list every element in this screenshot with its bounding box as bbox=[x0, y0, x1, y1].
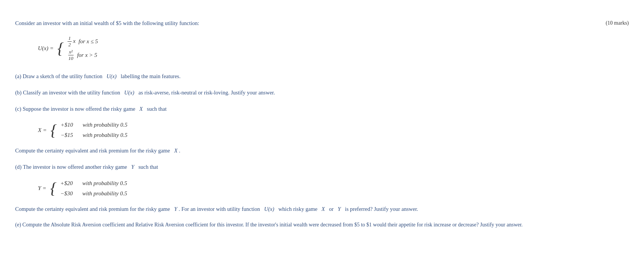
game-X-brace: { bbox=[50, 122, 57, 138]
utility-label: U(x) = bbox=[38, 44, 53, 53]
part-b-Ux: U(x) bbox=[124, 90, 135, 96]
part-a-text: (a) Draw a sketch of the utility functio… bbox=[15, 72, 629, 81]
page-container: (10 marks) Consider an investor with an … bbox=[15, 19, 629, 229]
part-a-body: Draw a sketch of the utility function U(… bbox=[23, 73, 181, 79]
compute-Y-X: X bbox=[322, 206, 325, 212]
utility-cases: 1 2 x for x ≤ 5 x² 10 for x > 5 bbox=[68, 35, 98, 61]
part-d-Y: Y bbox=[131, 164, 134, 170]
game-X-label: X = bbox=[38, 126, 47, 135]
game-Y-rows: +$20 with probability 0.5 −$30 with prob… bbox=[60, 179, 127, 198]
part-d-rest: such that bbox=[138, 164, 158, 170]
compute-X-text: Compute the certainty equivalent and ris… bbox=[15, 146, 629, 155]
game-Y-row1-text: with probability 0.5 bbox=[82, 179, 127, 188]
part-b-label: (b) bbox=[15, 90, 22, 96]
part-d-text: (d) The investor is now offered another … bbox=[15, 163, 629, 171]
utility-case1: 1 2 x for x ≤ 5 bbox=[68, 35, 98, 47]
game-X-row2-text: with probability 0.5 bbox=[83, 130, 127, 140]
game-X-row2: −$15 with probability 0.5 bbox=[61, 130, 127, 140]
part-d-label: (d) bbox=[15, 164, 22, 170]
game-Y-label: Y = bbox=[38, 184, 46, 193]
part-c-rest: such that bbox=[147, 106, 166, 112]
game-X-row1-val: +$10 bbox=[61, 120, 80, 129]
part-b-rest: as risk-averse, risk-neutral or risk-lov… bbox=[138, 90, 275, 96]
marks-label: (10 marks) bbox=[606, 19, 629, 27]
part-a-label: (a) bbox=[15, 73, 21, 79]
fraction-num-2: x² bbox=[68, 49, 74, 55]
part-e-label: (e) bbox=[15, 222, 21, 228]
game-Y-row2-val: −$30 bbox=[60, 189, 79, 198]
fraction-den-1: 2 bbox=[68, 42, 72, 48]
utility-function: U(x) = { 1 2 x for x ≤ 5 x² 10 bbox=[38, 35, 629, 61]
open-brace: { bbox=[57, 40, 64, 56]
utility-case2-expr: x² 10 bbox=[68, 49, 74, 61]
game-Y-brace: { bbox=[50, 180, 57, 196]
utility-case1-var: x bbox=[73, 38, 75, 44]
game-Y-row2: −$30 with probability 0.5 bbox=[60, 189, 127, 198]
intro-text: Consider an investor with an initial wea… bbox=[15, 19, 629, 28]
part-d-body: The investor is now offered another risk… bbox=[23, 164, 158, 170]
game-X-row1-text: with probability 0.5 bbox=[83, 120, 127, 129]
part-c-text: (c) Suppose the investor is now offered … bbox=[15, 105, 629, 113]
compute-Y-Ux: U(x) bbox=[264, 206, 274, 212]
utility-case1-fraction: 1 2 bbox=[68, 35, 72, 47]
part-c-label: (c) bbox=[15, 106, 21, 112]
utility-case1-expr: 1 2 x bbox=[68, 35, 75, 47]
compute-Y-text: Compute the certainty equivalent and ris… bbox=[15, 205, 629, 214]
game-Y-row1: +$20 with probability 0.5 bbox=[60, 179, 127, 188]
game-Y-expression: Y = { +$20 with probability 0.5 −$30 wit… bbox=[38, 179, 629, 198]
fraction-den-2: 10 bbox=[68, 55, 74, 61]
part-c-X: X bbox=[140, 106, 143, 112]
compute-Y-Y: Y bbox=[338, 206, 341, 212]
utility-case1-cond: for x ≤ 5 bbox=[79, 37, 98, 46]
part-b-text: (b) Classify an investor with the utilit… bbox=[15, 88, 629, 97]
game-X-rows: +$10 with probability 0.5 −$15 with prob… bbox=[61, 120, 127, 140]
game-Y-row2-text: with probability 0.5 bbox=[82, 189, 127, 198]
compute-Y-var: Y bbox=[174, 206, 177, 212]
game-X-row2-val: −$15 bbox=[61, 130, 80, 140]
utility-case2-fraction: x² 10 bbox=[68, 49, 74, 61]
game-X-expression: X = { +$10 with probability 0.5 −$15 wit… bbox=[38, 120, 629, 140]
fraction-num-1: 1 bbox=[68, 35, 72, 42]
part-e-body: Compute the Absolute Risk Aversion coeff… bbox=[22, 222, 523, 228]
game-X-row1: +$10 with probability 0.5 bbox=[61, 120, 127, 129]
part-a-rest: labelling the main features. bbox=[121, 73, 181, 79]
part-a-Ux: U(x) bbox=[107, 73, 117, 79]
game-Y-row1-val: +$20 bbox=[60, 179, 79, 188]
utility-case2-cond: for x > 5 bbox=[77, 50, 97, 60]
utility-case2: x² 10 for x > 5 bbox=[68, 49, 98, 61]
compute-X-var: X bbox=[174, 148, 177, 154]
part-c-body: Suppose the investor is now offered the … bbox=[23, 106, 167, 112]
part-b-body: Classify an investor with the utility fu… bbox=[23, 90, 275, 96]
part-e-text: (e) Compute the Absolute Risk Aversion c… bbox=[15, 220, 629, 229]
